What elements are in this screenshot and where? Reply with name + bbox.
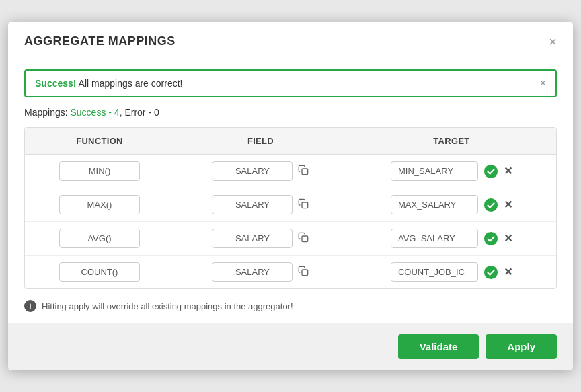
modal-header: AGGREGATE MAPPINGS × bbox=[8, 22, 573, 58]
aggregate-mappings-modal: AGGREGATE MAPPINGS × Success! All mappin… bbox=[8, 22, 573, 370]
function-input[interactable] bbox=[59, 229, 140, 248]
col-target: TARGET bbox=[347, 128, 556, 155]
field-cell bbox=[174, 188, 347, 222]
col-field: FIELD bbox=[174, 128, 347, 155]
table-row: ✕ bbox=[25, 188, 556, 222]
modal-body: Success! All mappings are correct! × Map… bbox=[8, 58, 573, 323]
apply-button[interactable]: Apply bbox=[486, 334, 557, 359]
alert-close-button[interactable]: × bbox=[540, 77, 546, 89]
target-input[interactable] bbox=[391, 195, 478, 214]
check-icon bbox=[483, 231, 498, 246]
field-input[interactable] bbox=[212, 195, 293, 214]
function-input[interactable] bbox=[59, 195, 140, 214]
copy-icon[interactable] bbox=[298, 198, 309, 211]
delete-icon[interactable]: ✕ bbox=[504, 198, 512, 211]
function-cell bbox=[25, 222, 174, 256]
validate-button[interactable]: Validate bbox=[398, 334, 479, 359]
function-cell bbox=[25, 256, 174, 289]
target-cell: ✕ bbox=[347, 188, 556, 222]
svg-point-1 bbox=[484, 164, 498, 178]
table-header-row: FUNCTION FIELD TARGET bbox=[25, 128, 556, 155]
mappings-table-container: FUNCTION FIELD TARGET ✕✕✕✕ bbox=[24, 127, 557, 289]
function-input[interactable] bbox=[59, 262, 140, 282]
col-function: FUNCTION bbox=[25, 128, 174, 155]
field-input[interactable] bbox=[212, 161, 293, 181]
check-icon bbox=[483, 164, 498, 179]
summary-error: Error - 0 bbox=[124, 107, 159, 118]
table-row: ✕ bbox=[25, 155, 556, 188]
svg-rect-4 bbox=[302, 236, 308, 242]
target-cell: ✕ bbox=[347, 222, 556, 256]
field-cell bbox=[174, 222, 347, 256]
mappings-summary: Mappings: Success - 4, Error - 0 bbox=[24, 107, 557, 118]
copy-icon[interactable] bbox=[298, 266, 309, 278]
field-input[interactable] bbox=[212, 229, 293, 248]
check-icon bbox=[483, 265, 498, 280]
table-row: ✕ bbox=[25, 256, 556, 289]
close-button[interactable]: × bbox=[549, 35, 557, 48]
table-body: ✕✕✕✕ bbox=[25, 155, 556, 289]
alert-message: All mappings are correct! bbox=[76, 78, 182, 89]
copy-icon[interactable] bbox=[298, 165, 309, 178]
field-cell bbox=[174, 256, 347, 289]
delete-icon[interactable]: ✕ bbox=[504, 232, 512, 245]
field-input[interactable] bbox=[212, 262, 293, 282]
summary-success: Success - 4 bbox=[70, 107, 119, 118]
success-alert: Success! All mappings are correct! × bbox=[24, 69, 557, 97]
field-cell bbox=[174, 155, 347, 188]
modal-title: AGGREGATE MAPPINGS bbox=[24, 34, 176, 48]
svg-rect-0 bbox=[302, 169, 308, 175]
info-icon: i bbox=[24, 300, 36, 312]
copy-icon[interactable] bbox=[298, 232, 309, 245]
delete-icon[interactable]: ✕ bbox=[504, 266, 512, 278]
function-cell bbox=[25, 188, 174, 222]
target-input[interactable] bbox=[391, 229, 478, 248]
table-row: ✕ bbox=[25, 222, 556, 256]
info-note-text: Hitting apply will override all existing… bbox=[42, 301, 293, 311]
function-input[interactable] bbox=[59, 161, 140, 181]
alert-strong: Success! bbox=[35, 78, 76, 89]
delete-icon[interactable]: ✕ bbox=[504, 165, 512, 178]
svg-point-3 bbox=[484, 198, 498, 211]
function-cell bbox=[25, 155, 174, 188]
check-icon bbox=[483, 198, 498, 212]
svg-point-5 bbox=[484, 231, 498, 245]
target-cell: ✕ bbox=[347, 256, 556, 289]
alert-text: Success! All mappings are correct! bbox=[35, 78, 182, 89]
svg-rect-6 bbox=[302, 270, 308, 276]
mappings-table: FUNCTION FIELD TARGET ✕✕✕✕ bbox=[25, 128, 556, 288]
modal-footer: Validate Apply bbox=[8, 323, 573, 370]
svg-rect-2 bbox=[302, 202, 308, 208]
info-note: i Hitting apply will override all existi… bbox=[24, 300, 557, 312]
summary-label: Mappings: bbox=[24, 107, 70, 118]
target-cell: ✕ bbox=[347, 155, 556, 188]
svg-point-7 bbox=[484, 265, 498, 278]
target-input[interactable] bbox=[391, 161, 478, 181]
target-input[interactable] bbox=[391, 262, 478, 282]
